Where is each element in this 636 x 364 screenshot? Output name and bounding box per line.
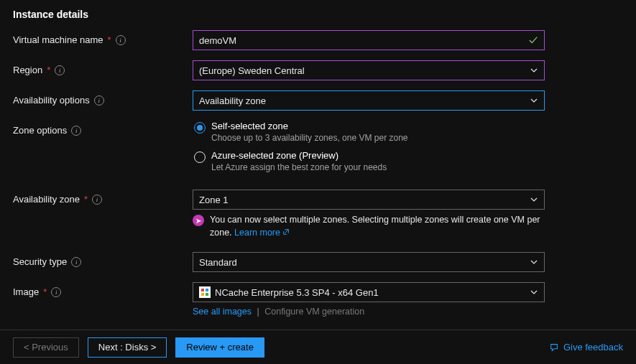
required-indicator: * bbox=[43, 286, 47, 297]
info-icon[interactable]: i bbox=[71, 257, 81, 267]
svg-rect-3 bbox=[206, 293, 208, 296]
radio-icon bbox=[194, 151, 206, 163]
wizard-footer: < Previous Next : Disks > Review + creat… bbox=[0, 330, 636, 364]
svg-rect-2 bbox=[201, 293, 204, 296]
label-availability-zone: Availability zone bbox=[13, 194, 80, 205]
configure-vm-generation: Configure VM generation bbox=[264, 307, 364, 317]
chevron-down-icon bbox=[530, 195, 538, 204]
feedback-icon bbox=[549, 342, 559, 353]
availability-options-select[interactable]: Availability zone bbox=[193, 90, 545, 111]
info-icon[interactable]: i bbox=[116, 35, 126, 45]
svg-rect-0 bbox=[201, 289, 204, 291]
vm-name-input[interactable]: demoVM bbox=[193, 30, 545, 50]
label-region: Region bbox=[13, 65, 42, 75]
previous-button: < Previous bbox=[13, 337, 79, 358]
info-icon[interactable]: i bbox=[94, 95, 104, 106]
separator: | bbox=[257, 307, 259, 317]
label-availability-options: Availability options bbox=[13, 95, 90, 106]
chevron-down-icon bbox=[530, 258, 538, 266]
zone-option-azure[interactable]: Azure-selected zone (Preview) Let Azure … bbox=[194, 150, 623, 172]
section-heading: Instance details bbox=[13, 9, 623, 20]
availability-options-value: Availability zone bbox=[199, 95, 266, 106]
label-vm-name: Virtual machine name bbox=[13, 34, 103, 45]
checkmark-icon bbox=[528, 35, 538, 45]
radio-icon bbox=[194, 122, 206, 134]
info-icon[interactable]: i bbox=[92, 195, 102, 205]
image-thumbnail-icon bbox=[199, 286, 211, 298]
chevron-down-icon bbox=[530, 288, 538, 297]
give-feedback-link[interactable]: Give feedback bbox=[549, 342, 623, 353]
required-indicator: * bbox=[47, 65, 50, 75]
review-create-button[interactable]: Review + create bbox=[175, 337, 264, 358]
availability-zone-value: Zone 1 bbox=[199, 195, 228, 205]
tip-text: You can now select multiple zones. Selec… bbox=[210, 214, 545, 239]
zone-option-self-label: Self-selected zone bbox=[211, 121, 408, 131]
security-type-select[interactable]: Standard bbox=[193, 252, 545, 272]
svg-rect-1 bbox=[206, 289, 208, 291]
required-indicator: * bbox=[108, 34, 111, 45]
region-select[interactable]: (Europe) Sweden Central bbox=[193, 60, 545, 80]
info-icon[interactable]: i bbox=[55, 65, 65, 75]
availability-zone-select[interactable]: Zone 1 bbox=[193, 190, 545, 210]
learn-more-link[interactable]: Learn more bbox=[234, 228, 290, 238]
external-link-icon bbox=[282, 228, 290, 238]
zone-option-self[interactable]: Self-selected zone Choose up to 3 availa… bbox=[194, 121, 623, 143]
required-indicator: * bbox=[84, 194, 88, 205]
security-type-value: Standard bbox=[199, 257, 237, 268]
next-button[interactable]: Next : Disks > bbox=[88, 337, 167, 358]
image-select[interactable]: NCache Enterprise 5.3 SP4 - x64 Gen1 bbox=[193, 282, 545, 302]
zone-option-azure-desc: Let Azure assign the best zone for your … bbox=[211, 162, 387, 172]
label-security-type: Security type bbox=[13, 256, 67, 267]
label-image: Image bbox=[13, 286, 39, 297]
tip-badge-icon: ➤ bbox=[193, 215, 204, 226]
label-zone-options: Zone options bbox=[13, 125, 67, 136]
chevron-down-icon bbox=[530, 66, 538, 75]
info-icon[interactable]: i bbox=[51, 287, 61, 297]
vm-name-value: demoVM bbox=[199, 35, 236, 46]
see-all-images-link[interactable]: See all images bbox=[193, 307, 252, 317]
info-icon[interactable]: i bbox=[71, 126, 81, 136]
region-value: (Europe) Sweden Central bbox=[199, 65, 305, 76]
zone-option-azure-label: Azure-selected zone (Preview) bbox=[211, 150, 387, 161]
chevron-down-icon bbox=[530, 96, 538, 105]
zone-option-self-desc: Choose up to 3 availability zones, one V… bbox=[211, 133, 408, 143]
image-value: NCache Enterprise 5.3 SP4 - x64 Gen1 bbox=[215, 287, 379, 298]
